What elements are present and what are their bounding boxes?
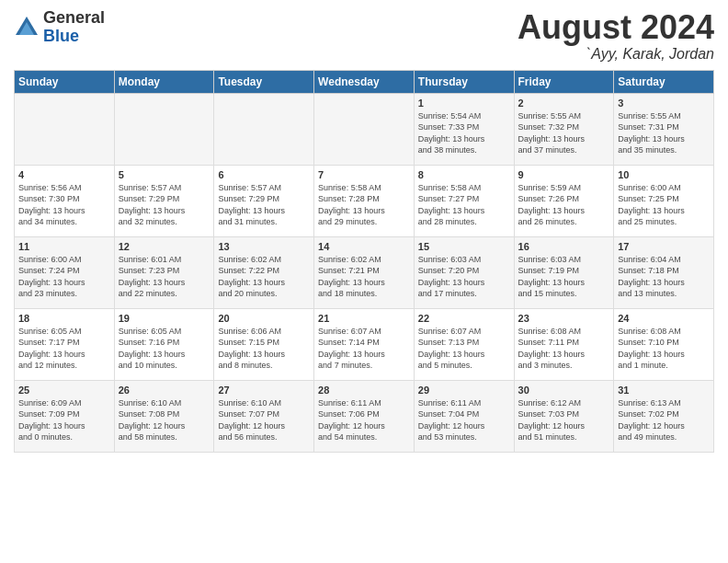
day-number: 10 xyxy=(618,169,710,180)
calendar-cell: 3Sunrise: 5:55 AM Sunset: 7:31 PM Daylig… xyxy=(614,93,714,165)
day-info: Sunrise: 6:02 AM Sunset: 7:22 PM Dayligh… xyxy=(218,254,310,300)
day-info: Sunrise: 6:09 AM Sunset: 7:09 PM Dayligh… xyxy=(18,397,110,443)
day-number: 29 xyxy=(418,385,510,396)
day-number: 15 xyxy=(418,241,510,252)
calendar-cell: 12Sunrise: 6:01 AM Sunset: 7:23 PM Dayli… xyxy=(114,236,214,308)
logo: General Blue xyxy=(14,9,105,46)
day-number: 9 xyxy=(518,169,610,180)
day-info: Sunrise: 6:07 AM Sunset: 7:13 PM Dayligh… xyxy=(418,326,510,372)
day-number: 21 xyxy=(318,313,410,324)
day-number: 26 xyxy=(119,385,210,396)
calendar-cell: 6Sunrise: 5:57 AM Sunset: 7:29 PM Daylig… xyxy=(214,165,314,236)
weekday-header-thursday: Thursday xyxy=(414,70,514,93)
day-number: 6 xyxy=(218,169,310,180)
calendar-cell: 7Sunrise: 5:58 AM Sunset: 7:28 PM Daylig… xyxy=(314,165,415,236)
day-info: Sunrise: 6:08 AM Sunset: 7:10 PM Dayligh… xyxy=(618,326,710,372)
calendar-cell: 28Sunrise: 6:11 AM Sunset: 7:06 PM Dayli… xyxy=(314,380,415,452)
calendar-cell: 15Sunrise: 6:03 AM Sunset: 7:20 PM Dayli… xyxy=(414,236,514,308)
day-info: Sunrise: 5:55 AM Sunset: 7:32 PM Dayligh… xyxy=(518,110,610,156)
day-info: Sunrise: 6:00 AM Sunset: 7:24 PM Dayligh… xyxy=(18,254,110,300)
weekday-header-saturday: Saturday xyxy=(614,70,714,93)
day-info: Sunrise: 5:56 AM Sunset: 7:30 PM Dayligh… xyxy=(18,182,110,228)
day-info: Sunrise: 6:06 AM Sunset: 7:15 PM Dayligh… xyxy=(218,326,310,372)
calendar-cell: 14Sunrise: 6:02 AM Sunset: 7:21 PM Dayli… xyxy=(314,236,415,308)
weekday-header-friday: Friday xyxy=(514,70,614,93)
day-number: 24 xyxy=(618,313,710,324)
title-block: August 2024 `Ayy, Karak, Jordan xyxy=(518,9,714,63)
day-number: 18 xyxy=(18,313,110,324)
calendar-cell: 29Sunrise: 6:11 AM Sunset: 7:04 PM Dayli… xyxy=(414,380,514,452)
logo-icon xyxy=(14,15,40,40)
calendar-cell: 25Sunrise: 6:09 AM Sunset: 7:09 PM Dayli… xyxy=(15,380,115,452)
day-info: Sunrise: 5:57 AM Sunset: 7:29 PM Dayligh… xyxy=(119,182,210,228)
day-info: Sunrise: 6:05 AM Sunset: 7:17 PM Dayligh… xyxy=(18,326,110,372)
weekday-header-row: SundayMondayTuesdayWednesdayThursdayFrid… xyxy=(15,70,714,93)
day-number: 11 xyxy=(18,241,110,252)
day-info: Sunrise: 6:05 AM Sunset: 7:16 PM Dayligh… xyxy=(119,326,210,372)
day-info: Sunrise: 5:55 AM Sunset: 7:31 PM Dayligh… xyxy=(618,110,710,156)
day-number: 28 xyxy=(318,385,410,396)
day-info: Sunrise: 6:08 AM Sunset: 7:11 PM Dayligh… xyxy=(518,326,610,372)
calendar-cell: 16Sunrise: 6:03 AM Sunset: 7:19 PM Dayli… xyxy=(514,236,614,308)
calendar-cell: 18Sunrise: 6:05 AM Sunset: 7:17 PM Dayli… xyxy=(15,308,115,380)
day-info: Sunrise: 6:13 AM Sunset: 7:02 PM Dayligh… xyxy=(618,397,710,443)
page-container: General Blue August 2024 `Ayy, Karak, Jo… xyxy=(0,0,728,563)
calendar-cell: 21Sunrise: 6:07 AM Sunset: 7:14 PM Dayli… xyxy=(314,308,415,380)
calendar-cell: 17Sunrise: 6:04 AM Sunset: 7:18 PM Dayli… xyxy=(614,236,714,308)
day-info: Sunrise: 5:57 AM Sunset: 7:29 PM Dayligh… xyxy=(218,182,310,228)
day-info: Sunrise: 5:54 AM Sunset: 7:33 PM Dayligh… xyxy=(418,110,510,156)
calendar-cell: 4Sunrise: 5:56 AM Sunset: 7:30 PM Daylig… xyxy=(15,165,115,236)
calendar-cell: 26Sunrise: 6:10 AM Sunset: 7:08 PM Dayli… xyxy=(114,380,214,452)
day-number: 2 xyxy=(518,98,610,109)
day-info: Sunrise: 6:02 AM Sunset: 7:21 PM Dayligh… xyxy=(318,254,410,300)
calendar-week-row: 11Sunrise: 6:00 AM Sunset: 7:24 PM Dayli… xyxy=(15,236,714,308)
day-number: 20 xyxy=(218,313,310,324)
calendar-week-row: 25Sunrise: 6:09 AM Sunset: 7:09 PM Dayli… xyxy=(15,380,714,452)
month-year-title: August 2024 xyxy=(518,9,714,46)
calendar-cell: 11Sunrise: 6:00 AM Sunset: 7:24 PM Dayli… xyxy=(15,236,115,308)
day-info: Sunrise: 6:00 AM Sunset: 7:25 PM Dayligh… xyxy=(618,182,710,228)
day-number: 23 xyxy=(518,313,610,324)
day-info: Sunrise: 5:58 AM Sunset: 7:28 PM Dayligh… xyxy=(318,182,410,228)
calendar-cell: 13Sunrise: 6:02 AM Sunset: 7:22 PM Dayli… xyxy=(214,236,314,308)
day-info: Sunrise: 6:04 AM Sunset: 7:18 PM Dayligh… xyxy=(618,254,710,300)
day-info: Sunrise: 6:10 AM Sunset: 7:08 PM Dayligh… xyxy=(119,397,210,443)
day-info: Sunrise: 6:03 AM Sunset: 7:19 PM Dayligh… xyxy=(518,254,610,300)
day-number: 12 xyxy=(119,241,210,252)
calendar-cell xyxy=(314,93,415,165)
calendar-cell: 2Sunrise: 5:55 AM Sunset: 7:32 PM Daylig… xyxy=(514,93,614,165)
day-info: Sunrise: 5:59 AM Sunset: 7:26 PM Dayligh… xyxy=(518,182,610,228)
calendar-cell xyxy=(114,93,214,165)
day-info: Sunrise: 6:11 AM Sunset: 7:04 PM Dayligh… xyxy=(418,397,510,443)
day-info: Sunrise: 6:01 AM Sunset: 7:23 PM Dayligh… xyxy=(119,254,210,300)
weekday-header-sunday: Sunday xyxy=(15,70,115,93)
calendar-cell: 5Sunrise: 5:57 AM Sunset: 7:29 PM Daylig… xyxy=(114,165,214,236)
day-number: 1 xyxy=(418,98,510,109)
calendar-week-row: 1Sunrise: 5:54 AM Sunset: 7:33 PM Daylig… xyxy=(15,93,714,165)
weekday-header-monday: Monday xyxy=(114,70,214,93)
calendar-cell: 20Sunrise: 6:06 AM Sunset: 7:15 PM Dayli… xyxy=(214,308,314,380)
calendar-cell: 8Sunrise: 5:58 AM Sunset: 7:27 PM Daylig… xyxy=(414,165,514,236)
day-info: Sunrise: 6:10 AM Sunset: 7:07 PM Dayligh… xyxy=(218,397,310,443)
calendar-cell: 22Sunrise: 6:07 AM Sunset: 7:13 PM Dayli… xyxy=(414,308,514,380)
day-number: 25 xyxy=(18,385,110,396)
calendar-cell xyxy=(214,93,314,165)
calendar-cell: 24Sunrise: 6:08 AM Sunset: 7:10 PM Dayli… xyxy=(614,308,714,380)
day-number: 13 xyxy=(218,241,310,252)
calendar-cell: 30Sunrise: 6:12 AM Sunset: 7:03 PM Dayli… xyxy=(514,380,614,452)
day-number: 8 xyxy=(418,169,510,180)
day-number: 17 xyxy=(618,241,710,252)
location-title: `Ayy, Karak, Jordan xyxy=(518,46,714,63)
day-info: Sunrise: 6:07 AM Sunset: 7:14 PM Dayligh… xyxy=(318,326,410,372)
weekday-header-tuesday: Tuesday xyxy=(214,70,314,93)
day-info: Sunrise: 6:11 AM Sunset: 7:06 PM Dayligh… xyxy=(318,397,410,443)
day-number: 30 xyxy=(518,385,610,396)
day-number: 5 xyxy=(119,169,210,180)
calendar-table: SundayMondayTuesdayWednesdayThursdayFrid… xyxy=(14,70,714,453)
logo-blue-label: Blue xyxy=(43,28,105,46)
day-number: 27 xyxy=(218,385,310,396)
calendar-cell: 9Sunrise: 5:59 AM Sunset: 7:26 PM Daylig… xyxy=(514,165,614,236)
calendar-week-row: 4Sunrise: 5:56 AM Sunset: 7:30 PM Daylig… xyxy=(15,165,714,236)
calendar-cell: 19Sunrise: 6:05 AM Sunset: 7:16 PM Dayli… xyxy=(114,308,214,380)
calendar-cell: 27Sunrise: 6:10 AM Sunset: 7:07 PM Dayli… xyxy=(214,380,314,452)
